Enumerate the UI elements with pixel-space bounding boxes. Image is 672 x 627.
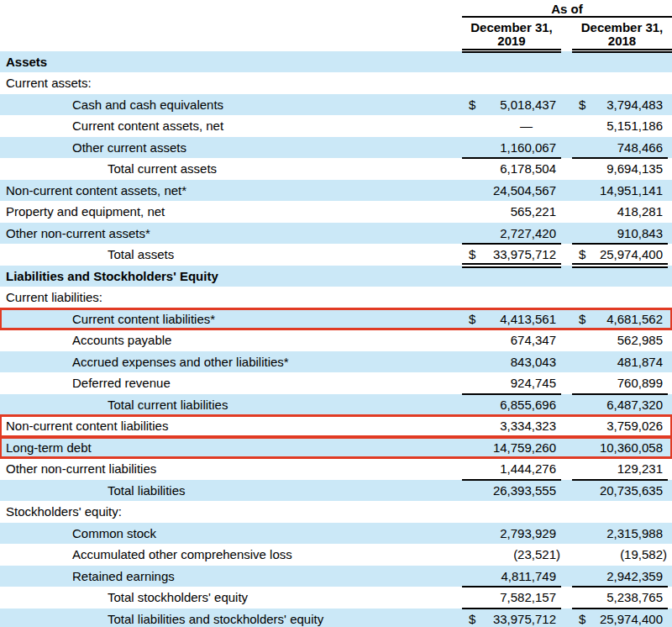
amount-2019: 674,347	[479, 329, 561, 351]
row-tail	[668, 72, 672, 94]
table-row-highlighted: Current content liabilities*$4,413,561$4…	[0, 308, 672, 330]
row-label: Total current liabilities	[0, 394, 462, 416]
column-gap	[561, 180, 572, 202]
amount-2018: (19,582)	[591, 544, 668, 566]
amount-2019: —	[479, 115, 561, 137]
amount-2018: 6,487,320	[591, 394, 668, 416]
currency-symbol	[572, 458, 591, 480]
table-header: As of December 31, 2019 December 31, 201…	[0, 0, 672, 51]
currency-symbol	[572, 201, 591, 223]
row-label: Non-current content assets, net*	[0, 180, 462, 202]
row-label: Long-term debt	[0, 437, 462, 459]
amount-2018: 129,231	[591, 458, 668, 480]
table-row: Current liabilities:	[0, 287, 672, 308]
table-row: Total current assets6,178,5049,694,135	[0, 158, 672, 180]
amount-2018: 9,694,135	[591, 158, 668, 180]
column-gap	[561, 94, 572, 116]
row-tail	[668, 94, 672, 116]
currency-symbol	[572, 501, 591, 523]
amount-2019: 2,727,420	[479, 223, 561, 245]
table-row: Liabilities and Stockholders' Equity	[0, 266, 672, 287]
balance-sheet: As of December 31, 2019 December 31, 201…	[0, 0, 672, 627]
currency-symbol	[462, 394, 479, 416]
currency-symbol	[572, 180, 591, 202]
column-gap	[561, 458, 572, 480]
column-gap	[561, 544, 572, 566]
table-row: Other current assets1,160,067748,466	[0, 137, 672, 159]
currency-symbol: $	[572, 94, 591, 116]
header-spacer	[0, 0, 462, 17]
amount-2018: 20,735,635	[591, 480, 668, 502]
currency-symbol: $	[572, 308, 591, 330]
column-gap	[561, 351, 572, 373]
row-label: Assets	[0, 51, 462, 73]
table-row-highlighted: Non-current content liabilities3,334,323…	[0, 415, 672, 437]
column-gap	[561, 372, 572, 394]
row-label: Stockholders' equity:	[0, 501, 462, 523]
column-gap	[561, 223, 572, 245]
column-gap	[561, 266, 572, 287]
currency-symbol	[462, 266, 479, 287]
period-2018-header: December 31, 2018	[572, 17, 672, 51]
row-tail	[668, 308, 672, 330]
amount-2019: 924,745	[479, 372, 561, 394]
amount-2019: (23,521)	[479, 544, 561, 566]
amount-2019	[479, 287, 561, 308]
currency-symbol	[572, 158, 591, 180]
amount-2018	[591, 51, 668, 73]
amount-2019: 24,504,567	[479, 180, 561, 202]
column-gap	[561, 51, 572, 73]
currency-symbol	[462, 180, 479, 202]
amount-2018: 5,151,186	[591, 115, 668, 137]
currency-symbol	[572, 51, 591, 73]
amount-2019: 14,759,260	[479, 437, 561, 459]
table-row: Total assets$33,975,712$25,974,400	[0, 244, 672, 266]
row-label: Total stockholders' equity	[0, 587, 462, 609]
amount-2019: 5,018,437	[479, 94, 561, 116]
amount-2019	[479, 51, 561, 73]
amount-2018: 418,281	[591, 201, 668, 223]
table-row: Cash and cash equivalents$5,018,437$3,79…	[0, 94, 672, 116]
currency-symbol	[572, 372, 591, 394]
column-gap	[561, 287, 572, 308]
row-label: Other current assets	[0, 137, 462, 159]
row-tail	[668, 201, 672, 223]
balance-sheet-table: As of December 31, 2019 December 31, 201…	[0, 0, 672, 627]
column-gap	[561, 480, 572, 502]
table-row: Assets	[0, 51, 672, 73]
as-of-label: As of	[462, 0, 672, 17]
currency-symbol	[462, 587, 479, 609]
amount-2018: 25,974,400	[591, 244, 668, 266]
column-gap	[561, 308, 572, 330]
row-label: Accumulated other comprehensive loss	[0, 544, 462, 566]
amount-2019: 33,975,712	[479, 244, 561, 266]
table-row: Other non-current assets*2,727,420910,84…	[0, 223, 672, 245]
column-gap	[561, 201, 572, 223]
currency-symbol: $	[572, 244, 591, 266]
row-label: Current content liabilities*	[0, 308, 462, 330]
amount-2019: 1,160,067	[479, 137, 561, 159]
column-gap	[561, 137, 572, 159]
amount-2019	[479, 266, 561, 287]
currency-symbol	[462, 329, 479, 351]
column-gap	[561, 244, 572, 266]
amount-2019: 26,393,555	[479, 480, 561, 502]
column-gap	[561, 17, 572, 51]
column-gap	[561, 72, 572, 94]
currency-symbol: $	[462, 94, 479, 116]
table-row: Non-current content assets, net*24,504,5…	[0, 180, 672, 202]
table-row: Accounts payable674,347562,985	[0, 329, 672, 351]
amount-2018	[591, 287, 668, 308]
currency-symbol	[462, 544, 479, 566]
table-row: Total liabilities26,393,55520,735,635	[0, 480, 672, 502]
table-row: Total liabilities and stockholders' equi…	[0, 609, 672, 627]
row-label: Non-current content liabilities	[0, 415, 462, 437]
column-gap	[561, 329, 572, 351]
amount-2018: 2,942,359	[591, 566, 668, 587]
column-gap	[561, 437, 572, 459]
amount-2019: 565,221	[479, 201, 561, 223]
row-tail	[668, 458, 672, 480]
row-tail	[668, 266, 672, 287]
amount-2019: 843,043	[479, 351, 561, 373]
header-spacer	[0, 17, 462, 51]
